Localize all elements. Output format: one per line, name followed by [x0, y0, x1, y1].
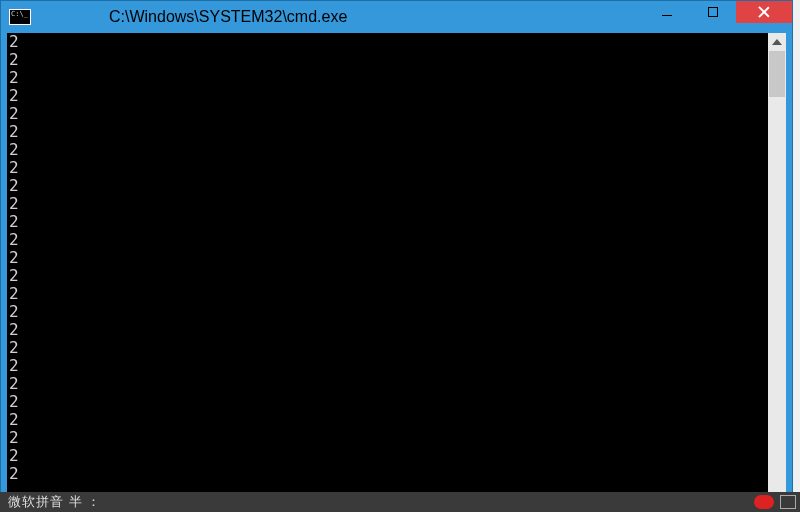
client-area: 2 2 2 2 2 2 2 2 2 2 2 2 2 2 2 2 2 2 2 2 …	[7, 33, 786, 505]
titlebar[interactable]: C:\Windows\SYSTEM32\cmd.exe	[1, 1, 792, 33]
app-icon-cmd	[9, 9, 31, 25]
vertical-scrollbar[interactable]	[768, 33, 786, 505]
chevron-down-icon	[772, 493, 782, 499]
scroll-down-button[interactable]	[768, 487, 786, 505]
scroll-up-button[interactable]	[768, 33, 786, 51]
close-button[interactable]	[736, 1, 792, 23]
minimize-button[interactable]	[644, 1, 690, 23]
minimize-icon	[662, 15, 672, 16]
close-icon	[758, 6, 770, 18]
chevron-up-icon	[772, 39, 782, 45]
terminal-output[interactable]: 2 2 2 2 2 2 2 2 2 2 2 2 2 2 2 2 2 2 2 2 …	[7, 33, 768, 505]
terminal-lines: 2 2 2 2 2 2 2 2 2 2 2 2 2 2 2 2 2 2 2 2 …	[9, 33, 766, 483]
cmd-window: C:\Windows\SYSTEM32\cmd.exe 2 2 2 2 2 2 …	[0, 0, 793, 512]
scroll-track[interactable]	[768, 51, 786, 487]
window-controls	[644, 1, 792, 33]
scroll-thumb[interactable]	[769, 51, 785, 97]
maximize-icon	[708, 7, 718, 17]
maximize-button[interactable]	[690, 1, 736, 23]
window-title: C:\Windows\SYSTEM32\cmd.exe	[31, 8, 644, 26]
